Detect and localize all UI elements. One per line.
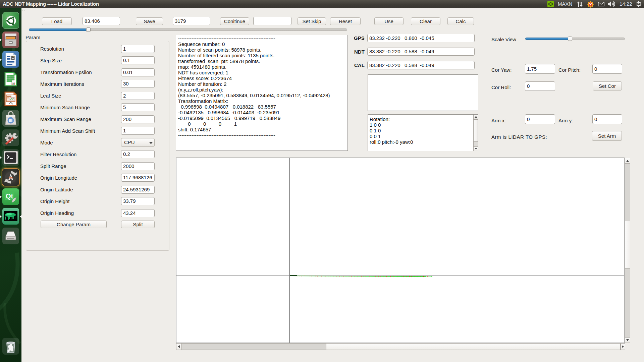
svg-text:Qt: Qt	[6, 192, 13, 200]
